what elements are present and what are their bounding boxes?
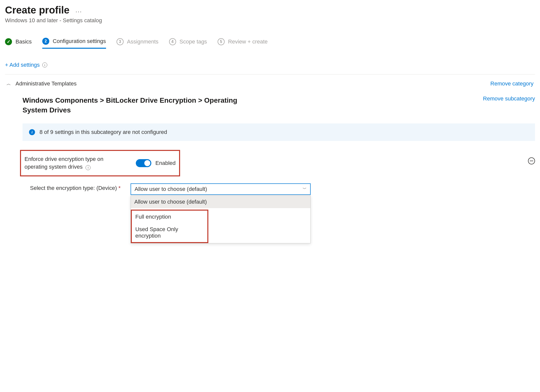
- toggle-state-label: Enabled: [155, 160, 176, 166]
- step-assignments[interactable]: 3 Assignments: [117, 38, 159, 48]
- wizard-stepper: ✓ Basics 2 Configuration settings 3 Assi…: [5, 38, 535, 49]
- setting-enforce-encryption: Enforce drive encryption type on operati…: [20, 150, 180, 176]
- remove-subcategory-link[interactable]: Remove subcategory: [483, 95, 535, 102]
- step-label: Configuration settings: [53, 38, 106, 44]
- remove-category-link[interactable]: Remove category: [490, 80, 533, 87]
- subcategory-title: Windows Components > BitLocker Drive Enc…: [23, 95, 253, 115]
- chevron-down-icon: ﹀: [303, 186, 307, 192]
- remove-setting-button[interactable]: [528, 157, 535, 164]
- category-toggle[interactable]: ︿ Administrative Templates: [7, 80, 77, 87]
- step-number-icon: 2: [42, 38, 49, 45]
- step-configuration-settings[interactable]: 2 Configuration settings: [42, 38, 106, 49]
- checkmark-icon: ✓: [5, 38, 12, 45]
- step-number-icon: 5: [218, 38, 225, 45]
- more-actions-button[interactable]: ···: [76, 8, 82, 15]
- info-bar-text: 8 of 9 settings in this subcategory are …: [40, 129, 167, 135]
- info-icon[interactable]: i: [42, 62, 47, 67]
- step-review-create[interactable]: 5 Review + create: [218, 38, 268, 48]
- step-scope-tags[interactable]: 4 Scope tags: [169, 38, 207, 48]
- chevron-up-icon: ︿: [7, 81, 11, 87]
- required-indicator: *: [118, 185, 121, 191]
- step-label: Assignments: [127, 38, 159, 45]
- setting-label: Enforce drive encryption type on operati…: [25, 155, 112, 171]
- encryption-type-dropdown[interactable]: Allow user to choose (default) ﹀: [131, 183, 311, 195]
- info-icon: i: [29, 129, 35, 135]
- step-label: Basics: [16, 38, 32, 45]
- page-subtitle: Windows 10 and later - Settings catalog: [5, 17, 535, 24]
- dropdown-option[interactable]: Used Space Only encryption: [132, 223, 207, 242]
- toggle-knob: [144, 160, 150, 166]
- info-bar: i 8 of 9 settings in this subcategory ar…: [23, 123, 535, 141]
- divider: [5, 74, 535, 74]
- dropdown-option[interactable]: Full encryption: [132, 211, 207, 223]
- page-title: Create profile: [5, 4, 70, 16]
- category-title: Administrative Templates: [16, 80, 77, 87]
- dropdown-selected-value: Allow user to choose (default): [135, 186, 207, 192]
- info-icon[interactable]: i: [86, 165, 91, 170]
- step-number-icon: 4: [169, 38, 176, 45]
- dropdown-option[interactable]: Allow user to choose (default): [131, 196, 310, 208]
- step-label: Review + create: [228, 38, 268, 45]
- sub-setting-label: Select the encryption type: (Device) *: [30, 183, 121, 191]
- dropdown-list: Allow user to choose (default) Full encr…: [131, 195, 311, 243]
- setting-toggle[interactable]: [136, 159, 151, 167]
- add-settings-link[interactable]: + Add settings: [5, 62, 40, 68]
- step-number-icon: 3: [117, 38, 124, 45]
- step-label: Scope tags: [180, 38, 207, 45]
- step-basics[interactable]: ✓ Basics: [5, 38, 32, 48]
